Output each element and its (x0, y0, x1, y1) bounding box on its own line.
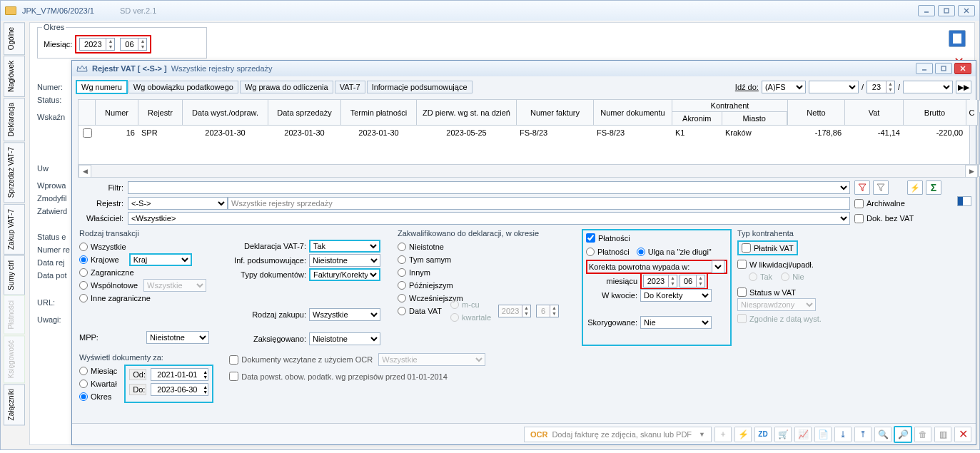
infp-select[interactable]: Nieistotne (309, 254, 380, 267)
maximize-button[interactable] (938, 5, 955, 16)
dp-okres[interactable] (79, 392, 88, 401)
import-icon[interactable]: ⤓ (834, 427, 852, 442)
scroll-right-icon[interactable]: ▶ (965, 165, 978, 178)
save-button[interactable] (949, 30, 966, 47)
gh-kontr[interactable]: Kontrahent (672, 100, 787, 112)
ulga-radio[interactable] (637, 248, 645, 256)
copy-icon[interactable]: 📄 (814, 427, 832, 442)
platnosci-checkbox[interactable] (586, 233, 595, 243)
od-date[interactable]: ▲▼ (151, 368, 208, 381)
plat-radio[interactable] (586, 248, 595, 256)
side-tab-ogolne[interactable]: Ogólne (4, 22, 25, 55)
side-tab-platnosci[interactable]: Płatności (4, 295, 25, 335)
grid-vscroll[interactable]: ▲ ▼ (978, 100, 979, 177)
zk-innym[interactable] (398, 268, 406, 277)
gh-termin[interactable]: Termin płatności (341, 100, 417, 125)
trash-icon[interactable]: 🗑 (914, 427, 931, 442)
rt-krajowe[interactable] (79, 255, 88, 264)
dekl-select[interactable]: Tak (309, 240, 380, 253)
close-button[interactable] (958, 5, 975, 16)
dp-miesiac[interactable] (79, 367, 88, 375)
platnikvat-checkbox[interactable] (742, 243, 751, 253)
front-close-button[interactable] (954, 63, 971, 74)
kraj-select[interactable]: Kraj (129, 253, 192, 266)
plat-month[interactable]: ▲▼ (680, 275, 705, 287)
columns-icon[interactable]: ▥ (934, 427, 951, 442)
gh-numer[interactable]: Numer (96, 100, 138, 125)
plus-icon[interactable]: ＋ (714, 427, 732, 442)
grid-hscroll[interactable]: ◀ ▶ (79, 164, 978, 177)
dokbezvat-checkbox[interactable] (854, 214, 864, 223)
gh-netto[interactable]: Netto (788, 100, 845, 125)
search-icon[interactable]: 🔍 (874, 427, 891, 442)
scroll-left-icon[interactable]: ◀ (79, 165, 91, 178)
skoryg-select[interactable]: Nie (640, 316, 712, 329)
zd-icon[interactable]: ZD (754, 427, 772, 442)
side-tab-naglowek[interactable]: Nagłówek (4, 56, 25, 97)
rt-wszystkie[interactable] (79, 243, 88, 251)
bolt-button[interactable]: ⚡ (907, 180, 923, 195)
rz-select[interactable]: Wszystkie (309, 308, 380, 321)
tab-wg-obow[interactable]: Wg obowiązku podatkowego (128, 81, 238, 93)
tab-wg-numeru[interactable]: Wg numeru (76, 81, 127, 93)
wkwocie-select[interactable]: Do Korekty (640, 289, 712, 302)
rt-wspolnotowe[interactable] (79, 281, 88, 290)
dp-kwartal[interactable] (79, 380, 88, 388)
side-tab-deklaracja[interactable]: Deklaracja (4, 98, 25, 141)
tab-wg-prawa[interactable]: Wg prawa do odliczenia (240, 81, 333, 93)
row-checkbox[interactable] (83, 128, 92, 138)
gh-vat[interactable]: Vat (845, 100, 904, 125)
bolt-icon[interactable]: ⚡ (734, 427, 752, 442)
zk-wczes[interactable] (398, 294, 406, 302)
statusvat-checkbox[interactable] (737, 287, 747, 297)
zk-pozn[interactable] (398, 281, 406, 290)
side-tab-zakup[interactable]: Zakup VAT-7 (4, 204, 25, 255)
tab-info[interactable]: Informacje podsumowujące (367, 81, 473, 93)
export-icon[interactable]: ⤒ (854, 427, 872, 442)
funnel-clear-button[interactable] (873, 180, 889, 195)
gh-datawyst[interactable]: Data wyst./odpraw. (183, 100, 268, 125)
ocr-checkbox[interactable] (229, 355, 238, 365)
rejestr-select[interactable]: <-S-> (128, 197, 228, 210)
zk-tym[interactable] (398, 255, 406, 264)
gh-brutto[interactable]: Brutto (904, 100, 966, 125)
month-input[interactable] (121, 39, 138, 50)
zk-nieist[interactable] (398, 243, 406, 251)
funnel-button[interactable] (854, 180, 870, 195)
close-icon[interactable]: ✕ (954, 427, 971, 442)
year-input[interactable] (80, 39, 106, 50)
chart-icon[interactable]: 📈 (794, 427, 812, 442)
minimize-button[interactable] (918, 5, 935, 16)
arch-checkbox[interactable] (854, 199, 864, 208)
mpp-select[interactable]: Nieistotne (146, 331, 209, 344)
rt-zagraniczne[interactable] (79, 268, 88, 277)
zaks-select[interactable]: Nieistotne (309, 332, 380, 345)
gh-nf[interactable]: Numer faktury (517, 100, 594, 125)
gh-rejestr[interactable]: Rejestr (138, 100, 183, 125)
do-date[interactable]: ▲▼ (151, 383, 208, 396)
goto-go-button[interactable]: ▶▶ (956, 81, 971, 93)
filter-icon[interactable]: 🔎 (894, 427, 911, 442)
filtr-select[interactable] (128, 181, 850, 194)
gh-datasprz[interactable]: Data sprzedaży (268, 100, 341, 125)
korekta-select[interactable] (712, 260, 724, 273)
month-spin[interactable]: ▲▼ (120, 38, 147, 51)
plat-year[interactable]: ▲▼ (643, 275, 677, 287)
flag-button[interactable] (957, 196, 971, 206)
front-min-button[interactable] (916, 63, 933, 74)
gh-nd[interactable]: Numer dokumentu (594, 100, 672, 125)
tab-vat7[interactable]: VAT-7 (335, 81, 365, 93)
sum-button[interactable]: Σ (926, 180, 941, 195)
goto-num[interactable]: ▲▼ (867, 81, 895, 93)
typd-select[interactable]: Faktury/Korekty (309, 268, 380, 281)
gh-zd[interactable]: ZD pierw. wg st. na dzień (417, 100, 517, 125)
ocr-button[interactable]: OCR Dodaj fakturę ze zdjęcia, skanu lub … (524, 427, 712, 442)
goto-select[interactable]: (A)FS (762, 81, 806, 93)
side-tab-sumy[interactable]: Sumy ctrl (4, 255, 25, 295)
goto-select-2[interactable] (809, 81, 859, 93)
gh-akronim[interactable]: Akronim (672, 112, 722, 125)
gh-miasto[interactable]: Miasto (722, 112, 787, 125)
rt-inne[interactable] (79, 294, 88, 302)
goto-select-3[interactable] (903, 81, 953, 93)
zk-datavat[interactable] (398, 307, 406, 315)
